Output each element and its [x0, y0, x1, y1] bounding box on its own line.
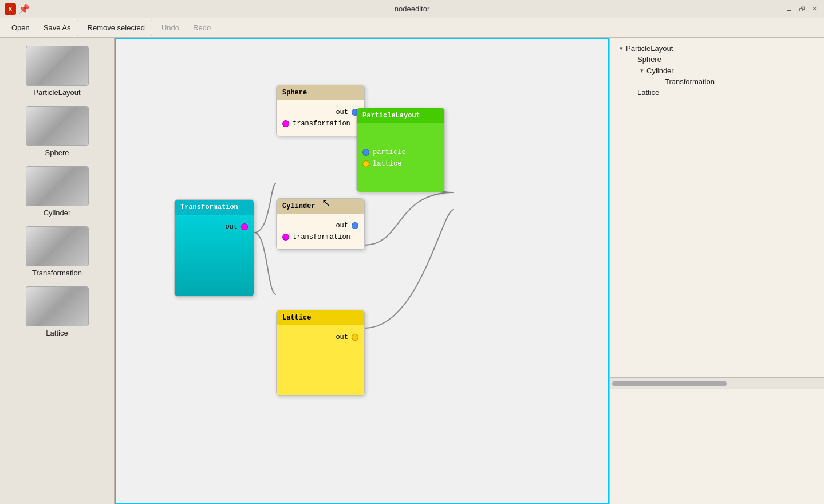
title-bar: X 📌 nodeeditor 🗕 🗗 ✕: [0, 0, 824, 18]
connection-cylinder-particle: [365, 192, 454, 245]
tree-label-root: ParticleLayout: [626, 44, 673, 53]
node-cylinder-body: out transformation: [277, 214, 364, 249]
node-lattice[interactable]: Lattice out: [276, 310, 365, 396]
node-lattice-out-port-circle[interactable]: [352, 334, 358, 341]
sidebar-item-sphere[interactable]: Sphere: [11, 104, 103, 159]
node-sphere[interactable]: Sphere out transformation: [276, 85, 365, 136]
window-controls: 🗕 🗗 ✕: [784, 4, 819, 14]
sidebar-label-cylinder: Cylinder: [44, 208, 71, 217]
node-transformation-header: Transformation: [175, 200, 254, 215]
logo-area: X 📌: [5, 3, 30, 15]
remove-selected-button[interactable]: Remove selected: [81, 20, 152, 36]
node-cylinder-out-port-circle[interactable]: [352, 222, 358, 229]
node-transformation[interactable]: Transformation out: [174, 199, 254, 297]
node-transformation-body: out: [175, 215, 254, 296]
window-title: nodeeditor: [395, 5, 429, 13]
node-sphere-transformation-port-circle[interactable]: [282, 120, 289, 127]
node-cylinder-port-transformation: transformation: [282, 233, 358, 241]
tree-item-lattice[interactable]: Lattice: [614, 87, 819, 98]
node-transformation-port-out: out: [180, 223, 248, 231]
sidebar-item-particle-layout[interactable]: ParticleLayout: [11, 44, 103, 99]
canvas-area[interactable]: Sphere out transformation Cylinder ou: [115, 38, 609, 504]
sidebar-label-sphere: Sphere: [45, 148, 69, 157]
app-logo: X: [5, 3, 16, 15]
tree-label-cylinder: Cylinder: [646, 66, 674, 75]
sidebar-label-lattice: Lattice: [46, 329, 68, 337]
sidebar-label-transformation: Transformation: [32, 269, 82, 277]
tree-item-cylinder[interactable]: ▾ Cylinder: [614, 65, 819, 76]
tree-item-sphere[interactable]: Sphere: [614, 54, 819, 65]
node-lattice-header: Lattice: [277, 310, 364, 325]
pin-icon[interactable]: 📌: [18, 3, 30, 14]
node-lattice-body: out: [277, 325, 364, 395]
node-particle-layout-particle-label: particle: [373, 148, 406, 156]
connection-transformation-sphere: [254, 183, 276, 233]
main-layout: ParticleLayout Sphere Cylinder Transform…: [0, 38, 824, 504]
node-sphere-port-out: out: [282, 108, 358, 116]
node-lattice-title: Lattice: [282, 314, 311, 322]
node-lattice-port-out: out: [282, 333, 358, 341]
tree-toggle-root[interactable]: ▾: [617, 44, 626, 53]
node-lattice-out-label: out: [336, 333, 348, 341]
left-sidebar: ParticleLayout Sphere Cylinder Transform…: [0, 38, 115, 504]
sidebar-thumb-transformation: [26, 226, 89, 266]
node-transformation-title: Transformation: [180, 203, 238, 211]
node-sphere-body: out transformation: [277, 100, 364, 136]
node-particle-layout-particle-port-circle[interactable]: [362, 149, 369, 156]
sidebar-item-transformation[interactable]: Transformation: [11, 224, 103, 279]
sidebar-thumb-cylinder: [26, 166, 89, 206]
node-particle-layout-lattice-port-circle[interactable]: [362, 160, 369, 167]
node-cylinder-header: Cylinder: [277, 199, 364, 214]
node-cylinder-out-label: out: [336, 222, 348, 230]
tree-toggle-cylinder[interactable]: ▾: [637, 66, 646, 75]
tree-item-transformation[interactable]: Transformation: [614, 76, 819, 87]
horizontal-scrollbar[interactable]: [612, 381, 727, 386]
tree-label-lattice: Lattice: [637, 88, 659, 97]
node-cylinder-transformation-port-circle[interactable]: [282, 234, 289, 241]
node-sphere-header: Sphere: [277, 85, 364, 100]
save-as-button[interactable]: Save As: [37, 20, 78, 36]
right-properties-panel: [610, 389, 824, 504]
right-tree: ▾ ParticleLayout Sphere ▾ Cylinder Trans…: [610, 38, 824, 378]
node-particle-layout-header: ParticleLayout: [357, 108, 444, 123]
minimize-button[interactable]: 🗕: [784, 4, 794, 14]
connection-lattice-lattice: [365, 210, 454, 328]
node-transformation-out-port-circle[interactable]: [241, 223, 248, 230]
node-sphere-out-label: out: [336, 108, 348, 116]
node-particle-layout-title: ParticleLayout: [362, 112, 420, 120]
node-particle-layout[interactable]: ParticleLayout particle lattice: [356, 108, 445, 192]
connection-transformation-cylinder: [254, 233, 276, 294]
undo-button: Undo: [155, 20, 186, 36]
node-sphere-title: Sphere: [282, 89, 307, 97]
sidebar-item-cylinder[interactable]: Cylinder: [11, 164, 103, 219]
right-panel: ▾ ParticleLayout Sphere ▾ Cylinder Trans…: [609, 38, 824, 504]
node-particle-layout-body: particle lattice: [357, 123, 444, 192]
node-particle-layout-port-lattice: lattice: [362, 160, 439, 168]
node-sphere-transformation-label: transformation: [293, 120, 350, 128]
redo-button: Redo: [186, 20, 218, 36]
node-sphere-port-transformation: transformation: [282, 120, 358, 128]
sidebar-label-particle-layout: ParticleLayout: [33, 88, 80, 97]
menu-bar: Open Save As Remove selected Undo Redo: [0, 18, 824, 38]
sidebar-item-lattice[interactable]: Lattice: [11, 284, 103, 340]
node-cylinder-transformation-label: transformation: [293, 233, 350, 241]
tree-label-transformation: Transformation: [665, 77, 715, 86]
sidebar-thumb-particle-layout: [26, 46, 89, 86]
node-cylinder-port-out: out: [282, 222, 358, 230]
open-button[interactable]: Open: [5, 20, 37, 36]
node-cylinder-title: Cylinder: [282, 202, 316, 210]
tree-item-root[interactable]: ▾ ParticleLayout: [614, 42, 819, 54]
node-particle-layout-lattice-label: lattice: [373, 160, 401, 168]
node-cylinder[interactable]: Cylinder out transformation: [276, 198, 365, 250]
sidebar-thumb-lattice: [26, 286, 89, 326]
right-scrollbar-area: [610, 378, 824, 389]
sidebar-thumb-sphere: [26, 106, 89, 146]
close-button[interactable]: ✕: [809, 4, 819, 14]
tree-label-sphere: Sphere: [637, 55, 661, 64]
node-particle-layout-port-particle: particle: [362, 148, 439, 156]
maximize-button[interactable]: 🗗: [797, 4, 807, 14]
node-transformation-out-label: out: [225, 223, 238, 231]
